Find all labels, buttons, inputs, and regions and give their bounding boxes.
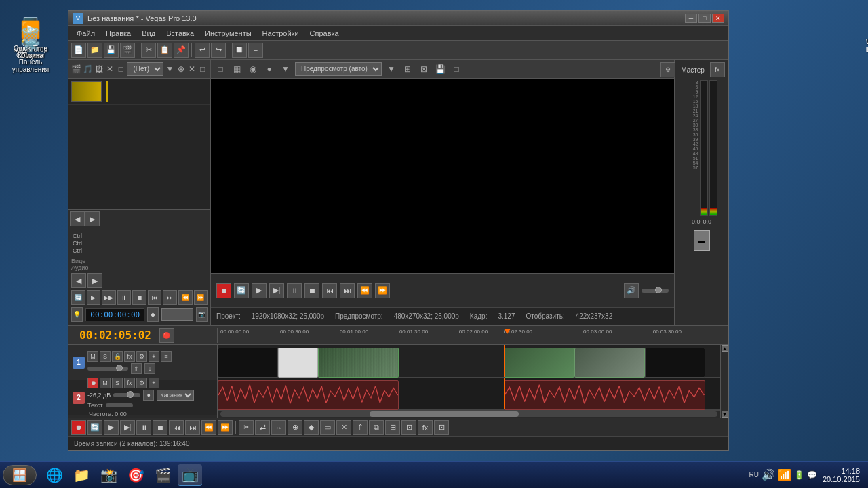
play-btn-l[interactable]: ▶: [87, 290, 101, 305]
video-clip-forest-2[interactable]: [504, 348, 574, 378]
tl-loop2-btn[interactable]: ↔: [271, 420, 286, 435]
preview-volume-slider[interactable]: [642, 289, 669, 293]
video-add-btn[interactable]: +: [149, 351, 159, 362]
preview-icon-2[interactable]: ▦: [230, 62, 243, 76]
lt-left-btn[interactable]: ◀: [71, 273, 86, 288]
record-btn[interactable]: ⏺: [216, 283, 231, 298]
audio-record-btn[interactable]: ⏺: [87, 378, 98, 388]
audio-record-arm-btn[interactable]: ●: [143, 390, 154, 401]
prev-frame-btn[interactable]: ⏮: [322, 283, 337, 298]
tl-stop-btn[interactable]: ⏹: [153, 420, 167, 435]
tl-sel-btn[interactable]: ▭: [320, 420, 335, 435]
play-fast-btn[interactable]: ▶▶: [102, 290, 116, 305]
network-icon[interactable]: 📶: [778, 468, 791, 481]
image-icon-btn[interactable]: 🖼: [94, 62, 104, 76]
audio-fx-btn[interactable]: fx: [124, 378, 135, 388]
fwd-btn[interactable]: ⏩: [194, 290, 208, 305]
tl-grid-btn[interactable]: ⊡: [401, 420, 416, 435]
video-clip-forest-1[interactable]: [318, 348, 399, 378]
tc-cam-btn[interactable]: 📷: [196, 307, 208, 322]
panel-settings-btn[interactable]: ⊕: [176, 62, 186, 76]
collapse-left-btn[interactable]: ◀: [70, 211, 85, 226]
fwd-preview-btn[interactable]: ⏩: [375, 283, 390, 298]
tl-pause-btn[interactable]: ⏸: [136, 420, 151, 435]
next-frame-btn[interactable]: ⏭: [340, 283, 355, 298]
tl-del-btn[interactable]: ✕: [336, 420, 351, 435]
preview-dropdown-arrow[interactable]: ▼: [279, 62, 292, 76]
video-settings-btn[interactable]: ⚙: [136, 351, 147, 362]
vscroll-down-btn[interactable]: ▼: [722, 411, 728, 418]
tl-mark-btn[interactable]: ◆: [304, 420, 319, 435]
tl-loop-btn[interactable]: 🔄: [87, 420, 102, 435]
preview-icon-4[interactable]: ●: [262, 62, 276, 76]
vol-preview-btn[interactable]: 🔊: [624, 283, 639, 298]
paste-button[interactable]: 📌: [174, 43, 189, 58]
tl-pan-btn[interactable]: ⊡: [434, 420, 449, 435]
audio-waveform-2[interactable]: [504, 380, 705, 410]
tl-fx-btn[interactable]: fx: [418, 420, 433, 435]
preview-snap-btn[interactable]: ⊞: [401, 62, 414, 76]
rev-preview-btn[interactable]: ⏪: [357, 283, 372, 298]
tl-rev-btn[interactable]: ⏪: [201, 420, 216, 435]
menu-settings[interactable]: Настройки: [257, 28, 304, 39]
master-fader-knob[interactable]: ▬: [694, 230, 710, 251]
tl-play-sel-btn[interactable]: ▶|: [120, 420, 135, 435]
tl-ripple-btn[interactable]: ⇄: [255, 420, 270, 435]
battery-icon[interactable]: 🔋: [794, 470, 804, 480]
video-opacity-slider[interactable]: [87, 367, 128, 371]
volume-icon[interactable]: 🔊: [762, 468, 775, 481]
timecode-type-btn[interactable]: 💡: [71, 307, 83, 322]
play-preview-btn[interactable]: ▶: [252, 283, 267, 298]
start-button[interactable]: 🪟: [3, 465, 37, 485]
tl-prev-btn[interactable]: ⏮: [169, 420, 184, 435]
preview-icon-1[interactable]: □: [214, 62, 227, 76]
tl-snap2-btn[interactable]: ⊞: [385, 420, 400, 435]
media-icon-btn[interactable]: 🎬: [71, 62, 81, 76]
video-vel-btn[interactable]: ⇑: [131, 363, 142, 374]
taskbar-app-media[interactable]: 🎬: [151, 464, 175, 486]
rev-btn[interactable]: ⏪: [178, 290, 193, 305]
undo-button[interactable]: ↩: [195, 43, 210, 58]
audio-mode-select[interactable]: Касание: [157, 390, 194, 401]
audio-icon-btn[interactable]: 🎵: [83, 62, 93, 76]
tl-record-btn[interactable]: ⏺: [71, 420, 86, 435]
video-lock-btn[interactable]: 🔒: [112, 351, 123, 362]
preview-marker-btn[interactable]: ⊠: [417, 62, 431, 76]
tl-dup-btn[interactable]: ⧉: [369, 420, 384, 435]
preview-icon-3[interactable]: ◉: [246, 62, 260, 76]
taskbar-app-vegas[interactable]: 📺: [178, 464, 202, 486]
stop-preview-btn[interactable]: ⏹: [304, 283, 319, 298]
panel-del-btn[interactable]: ✕: [187, 62, 197, 76]
scrub-area[interactable]: [161, 308, 193, 321]
preview-volume-knob[interactable]: [655, 287, 662, 293]
video-mute-btn[interactable]: M: [87, 351, 98, 362]
media-item-1[interactable]: [68, 79, 210, 105]
prev-btn[interactable]: ⏮: [148, 290, 162, 305]
tl-fwd-btn[interactable]: ⏩: [218, 420, 233, 435]
video-move-down-btn[interactable]: ↓: [144, 363, 155, 374]
minimize-button[interactable]: ─: [685, 14, 697, 23]
preset-arrow-btn[interactable]: ▼: [165, 62, 174, 76]
menu-edit[interactable]: Правка: [100, 28, 136, 39]
scroll-thumb[interactable]: [370, 411, 519, 417]
audio-pan-slider[interactable]: [106, 403, 133, 407]
pause-preview-btn[interactable]: ⏸: [287, 283, 302, 298]
play-selection-btn[interactable]: ▶|: [269, 283, 284, 298]
save-button[interactable]: 💾: [104, 43, 119, 58]
video-fx-btn[interactable]: fx: [124, 351, 135, 362]
preview-fullscreen-btn[interactable]: □: [450, 62, 463, 76]
notification-icon[interactable]: 💬: [807, 470, 817, 480]
timeline-vscrollbar[interactable]: ▲ ▼: [720, 345, 728, 418]
tl-edit-btn[interactable]: ✂: [239, 420, 254, 435]
desktop-icon-pryzhok[interactable]: 📹 прыжок...: [861, 7, 868, 48]
menu-tools[interactable]: Инструменты: [199, 28, 257, 39]
tl-play-btn[interactable]: ▶: [104, 420, 119, 435]
redo-button[interactable]: ↪: [211, 43, 226, 58]
maximize-button[interactable]: □: [698, 14, 711, 23]
menu-help[interactable]: Справка: [304, 28, 344, 39]
desktop-icon-recycle[interactable]: 🗑️ Корзина: [7, 20, 54, 62]
taskbar-app-files[interactable]: 📁: [69, 464, 94, 486]
preview-dropdown[interactable]: Предпросмотр (авто): [295, 62, 382, 76]
master-bus-btn[interactable]: ≡: [728, 62, 728, 77]
tc-marker-btn[interactable]: ◆: [147, 307, 159, 322]
